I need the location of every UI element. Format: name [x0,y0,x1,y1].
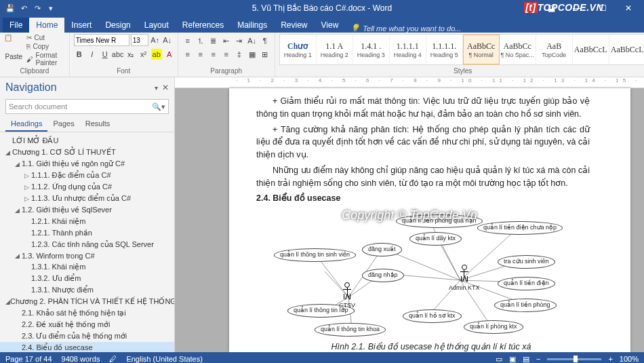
undo-icon[interactable]: ↶ [19,3,28,13]
subscript-icon[interactable]: x₂ [125,49,136,60]
multilevel-icon[interactable]: ≣ [208,35,219,46]
align-left-icon[interactable]: ≡ [182,49,193,60]
cut-button[interactable]: ✂Cut [26,34,65,41]
tree-item[interactable]: 2.1. Khảo sát hệ thống hiện tại [0,307,174,319]
font-color-icon[interactable]: A [164,49,175,60]
zoom-slider[interactable] [547,358,601,360]
tree-item[interactable]: ◢1.1. Giới thiệu về ngôn ngữ C# [0,158,174,170]
tell-me-search[interactable]: 💡Tell me what you want to do... [350,24,461,33]
tab-layout[interactable]: Layout [138,18,176,33]
web-layout-icon[interactable]: ▤ [523,355,529,364]
bullets-icon[interactable]: ≡ [182,35,193,46]
numbering-icon[interactable]: ⒈ [195,35,206,46]
language-indicator[interactable]: English (United States) [126,355,203,363]
usecase-bubble: tra cứu sinh viên [498,255,555,269]
font-size-select[interactable] [131,34,148,46]
line-spacing-icon[interactable]: ‡ [234,49,245,60]
style-item[interactable]: AaBbCcL [573,35,609,64]
show-marks-icon[interactable]: ¶ [260,35,270,46]
strike-icon[interactable]: abc [113,49,123,60]
tab-references[interactable]: References [176,18,230,33]
ruler[interactable]: · 1 · 2 · 3 · 4 · 5 · 6 · 7 · 8 · 9 · 10… [175,77,644,88]
tree-item[interactable]: 1.3.1. Nhược điểm [0,284,174,296]
align-center-icon[interactable]: ≡ [195,49,206,60]
font-name-select[interactable] [74,34,129,46]
italic-icon[interactable]: I [87,49,98,60]
page-indicator[interactable]: Page 17 of 44 [5,355,52,363]
tree-item[interactable]: ▷1.1.1. Đặc điểm của C# [0,170,174,181]
tab-insert[interactable]: Insert [64,18,98,33]
tab-file[interactable]: File [3,18,29,33]
tree-item[interactable]: 1.2.1. Khái niệm [0,216,174,227]
justify-icon[interactable]: ≡ [221,49,232,60]
read-mode-icon[interactable]: ▭ [496,355,502,364]
usecase-bubble: quản lí hồ sơ ktx [403,309,462,323]
save-icon[interactable]: 💾 [5,3,15,13]
tree-item[interactable]: ▷1.1.3. Ưu nhược điểm của C# [0,193,174,204]
tree-item[interactable]: ◢Chương 1. CƠ SỞ LÍ THUYẾT [0,147,174,158]
tree-item[interactable]: LỜI MỞ ĐẦU [0,135,174,147]
page[interactable]: + Giảm thiểu rủi ro mất mát thông tin: V… [229,88,630,352]
watermark-brand: [t]TOPCODE.VN [524,2,603,13]
nav-tab-results[interactable]: Results [80,117,116,132]
zoom-level[interactable]: 100% [620,355,639,363]
nav-tab-pages[interactable]: Pages [47,117,79,132]
tree-item[interactable]: ◢1.2. Giới thiệu về SqlSever [0,204,174,216]
close-icon[interactable]: ✕ [618,3,639,13]
group-font: A↑ A↓ B I U abc x₂ x² ab A Font [70,33,178,77]
word-count[interactable]: 9408 words [62,355,100,363]
borders-icon[interactable]: ⊞ [260,49,270,60]
style-item[interactable]: AaBbCcL [609,35,644,64]
style-item[interactable]: 1.1 AHeading 2 [317,35,353,64]
shrink-font-icon[interactable]: A↓ [162,35,173,45]
nav-tab-headings[interactable]: Headings [5,117,47,132]
tree-item[interactable]: 2.4. Biểu đồ usecase [0,342,174,352]
tree-item[interactable]: 1.3.1. Khái niệm [0,261,174,273]
nav-search-input[interactable]: Search document🔍▾ [5,99,169,114]
copy-button[interactable]: ⎘Copy [26,43,65,50]
style-item[interactable]: ChươHeading 1 [280,35,317,64]
sort-icon[interactable]: A↓ [247,35,258,46]
styles-gallery[interactable]: ChươHeading 11.1 AHeading 21.4.1 .Headin… [279,34,644,65]
grow-font-icon[interactable]: A↑ [150,35,161,45]
underline-icon[interactable]: U [100,49,110,60]
tree-item[interactable]: 1.3.2. Ưu điểm [0,273,174,284]
style-item[interactable]: 1.1.1.1.Heading 5 [426,35,463,64]
tree-item[interactable]: ▷1.1.2. Ứng dụng của C# [0,181,174,193]
style-item[interactable]: AaBTopCode [536,35,573,64]
bold-icon[interactable]: B [74,49,85,60]
tab-view[interactable]: View [315,18,346,33]
group-label: Paragraph [182,67,270,75]
spellcheck-icon[interactable]: 🖊 [109,355,117,363]
qat-more-icon[interactable]: ▾ [46,3,56,13]
paste-button[interactable]: 📋Paste [4,34,24,60]
tab-review[interactable]: Review [274,18,314,33]
nav-dropdown-icon[interactable]: ▾ [155,84,158,92]
superscript-icon[interactable]: x² [138,49,149,60]
style-item[interactable]: 1.4.1 .Heading 3 [353,35,390,64]
tab-mailings[interactable]: Mailings [230,18,274,33]
align-right-icon[interactable]: ≡ [208,49,219,60]
tree-item[interactable]: 2.2. Đề xuất hệ thống mới [0,319,174,330]
zoom-in-icon[interactable]: + [608,355,612,363]
tab-home[interactable]: Home [29,18,64,33]
paragraph: + Tăng cường khả năng phân tích: Hệ thốn… [256,123,590,161]
print-layout-icon[interactable]: ▣ [509,355,516,364]
outdent-icon[interactable]: ⇤ [221,35,232,46]
tree-item[interactable]: 2.3. Ưu điểm của hệ thống mới [0,330,174,342]
tree-item[interactable]: ◢Chương 2. PHÂN TÍCH VÀ THIẾT KẾ HỆ THỐN… [0,296,174,307]
zoom-out-icon[interactable]: − [536,355,540,363]
tab-design[interactable]: Design [98,18,137,33]
tree-item[interactable]: 1.2.1. Thành phần [0,227,174,239]
format-painter-button[interactable]: 🖌Format Painter [26,52,65,66]
tree-item[interactable]: ◢1.3. Winform trong C# [0,250,174,261]
style-item[interactable]: AaBbCc¶ No Spac... [500,35,536,64]
shading-icon[interactable]: ▦ [247,49,258,60]
nav-close-icon[interactable]: ✕ [162,83,169,92]
style-item[interactable]: AaBbCc¶ Normal [463,35,500,64]
style-item[interactable]: 1.1.1.1Heading 4 [390,35,426,64]
redo-icon[interactable]: ↷ [33,3,42,13]
highlight-icon[interactable]: ab [151,49,162,60]
tree-item[interactable]: 1.2.3. Các tính năng của SQL Server [0,239,174,250]
indent-icon[interactable]: ⇥ [234,35,245,46]
